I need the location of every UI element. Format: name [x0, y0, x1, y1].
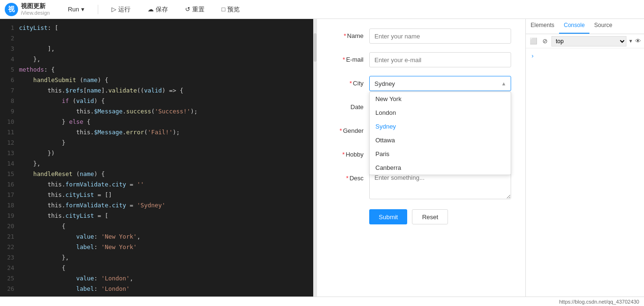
- city-selected-value: Sydney: [374, 80, 395, 87]
- code-line: 11 this.$Message.error('Fail!');: [0, 127, 313, 138]
- dropdown-item-ottawa[interactable]: Ottawa: [370, 133, 511, 147]
- line-number: 26: [0, 284, 19, 294]
- name-input[interactable]: [369, 28, 511, 44]
- line-number: 4: [0, 54, 19, 65]
- line-content: [19, 33, 313, 44]
- desc-textarea[interactable]: [369, 171, 511, 199]
- status-url: https://blog.csdn.net/qq_43702430: [559, 299, 639, 305]
- brand-title: 视图更新: [21, 2, 50, 10]
- line-content: },: [19, 252, 313, 263]
- devtools-ban-icon[interactable]: ⊘: [540, 37, 550, 46]
- dropdown-item-sydney[interactable]: Sydney: [370, 120, 511, 133]
- preview-button[interactable]: □ 预览: [218, 3, 243, 16]
- form-reset-button[interactable]: Reset: [412, 209, 448, 224]
- dropdown-item-new-york[interactable]: New York: [370, 92, 511, 106]
- dropdown-item-canberra[interactable]: Canberra: [370, 161, 511, 175]
- city-row: City Sydney ▲ New York London Sydney Ott…: [331, 76, 511, 91]
- line-number: 17: [0, 190, 19, 200]
- name-row: Name: [331, 28, 511, 44]
- code-line: 26 label: 'London': [0, 284, 313, 294]
- code-line: 20 {: [0, 221, 313, 232]
- name-control: [369, 28, 511, 44]
- devtools-toolbar: ⬜ ⊘ top ▼ 👁: [526, 34, 644, 48]
- line-number: 23: [0, 252, 19, 263]
- brand-icon: 视: [5, 3, 18, 16]
- devtools-context-select[interactable]: top: [551, 36, 626, 46]
- hobby-label: Hobby: [331, 147, 369, 162]
- line-content: {: [19, 263, 313, 273]
- toolbar: 视 视图更新 iView.design Run ▾ ▷ 运行 ☁ 保存 ↺ 重置…: [0, 0, 644, 19]
- tab-sources[interactable]: Source: [589, 19, 617, 34]
- line-content: methods: {: [19, 65, 313, 75]
- city-select[interactable]: Sydney ▲: [369, 76, 511, 91]
- execute-icon: ▷: [112, 6, 116, 13]
- line-number: 8: [0, 96, 19, 106]
- code-panel[interactable]: 1cityList: [23 ],4 },5methods: {6 handle…: [0, 19, 313, 297]
- code-line: 18 this.formValidate.city = 'Sydney': [0, 200, 313, 211]
- line-number: 3: [0, 44, 19, 54]
- execute-button[interactable]: ▷ 运行: [108, 3, 134, 16]
- line-number: 11: [0, 127, 19, 138]
- dropdown-item-london[interactable]: London: [370, 106, 511, 120]
- line-number: 13: [0, 148, 19, 158]
- dropdown-item-paris[interactable]: Paris: [370, 147, 511, 161]
- code-line: 17 this.cityList = []: [0, 190, 313, 200]
- brand: 视 视图更新 iView.design: [5, 2, 50, 16]
- line-content: handleSubmit (name) {: [19, 75, 313, 85]
- code-line: 15 handleReset (name) {: [0, 169, 313, 179]
- date-label: Date: [331, 100, 369, 115]
- save-icon: ☁: [148, 6, 154, 13]
- code-line: 14 },: [0, 158, 313, 169]
- devtools-block-icon[interactable]: ⬜: [529, 37, 538, 46]
- code-line: 27 },: [0, 294, 313, 297]
- email-row: E-mail: [331, 52, 511, 67]
- brand-subtitle: iView.design: [21, 10, 50, 16]
- line-content: label: 'New York': [19, 242, 313, 252]
- code-line: 2: [0, 33, 313, 44]
- submit-button[interactable]: Submit: [369, 209, 407, 224]
- line-number: 14: [0, 158, 19, 169]
- desc-control: [369, 171, 511, 201]
- status-bar: https://blog.csdn.net/qq_43702430: [0, 297, 644, 306]
- code-line: 1cityList: [: [0, 23, 313, 33]
- line-number: 2: [0, 33, 19, 44]
- desc-label: Desc: [331, 171, 369, 186]
- line-number: 21: [0, 232, 19, 242]
- tab-console[interactable]: Console: [559, 19, 589, 34]
- line-number: 19: [0, 211, 19, 221]
- reset-button[interactable]: ↺ 重置: [181, 3, 208, 16]
- tab-elements[interactable]: Elements: [526, 19, 559, 34]
- save-button[interactable]: ☁ 保存: [144, 3, 172, 16]
- code-line: 19 this.cityList = [: [0, 211, 313, 221]
- line-content: label: 'London': [19, 284, 313, 294]
- email-input[interactable]: [369, 52, 511, 67]
- city-chevron-up-icon: ▲: [501, 81, 506, 86]
- scroll-thumb[interactable]: [314, 33, 317, 62]
- line-content: value: 'New York',: [19, 232, 313, 242]
- line-content: this.cityList = []: [19, 190, 313, 200]
- line-number: 7: [0, 85, 19, 96]
- code-line: 10 } else {: [0, 117, 313, 127]
- line-content: },: [19, 294, 313, 297]
- toolbar-divider-1: [98, 5, 98, 14]
- form-panel: Name E-mail City Sydney ▲: [317, 19, 525, 297]
- line-number: 24: [0, 263, 19, 273]
- run-dropdown-button[interactable]: Run ▾: [64, 4, 88, 15]
- line-number: 6: [0, 75, 19, 85]
- email-control: [369, 52, 511, 67]
- line-number: 5: [0, 65, 19, 75]
- code-line: 12 }: [0, 138, 313, 148]
- code-line: 24 {: [0, 263, 313, 273]
- code-line: 16 this.formValidate.city = '': [0, 179, 313, 190]
- line-content: this.cityList = [: [19, 211, 313, 221]
- preview-label: 预览: [227, 5, 240, 14]
- city-control: Sydney ▲ New York London Sydney Ottawa P…: [369, 76, 511, 91]
- reset-label: 重置: [192, 5, 205, 14]
- run-chevron-icon: ▾: [81, 6, 84, 13]
- code-line: 22 label: 'New York': [0, 242, 313, 252]
- code-line: 23 },: [0, 252, 313, 263]
- code-line: 13 }): [0, 148, 313, 158]
- devtools-eye-icon[interactable]: 👁: [635, 37, 641, 45]
- line-number: 10: [0, 117, 19, 127]
- devtools-cursor-icon: ›: [530, 50, 535, 61]
